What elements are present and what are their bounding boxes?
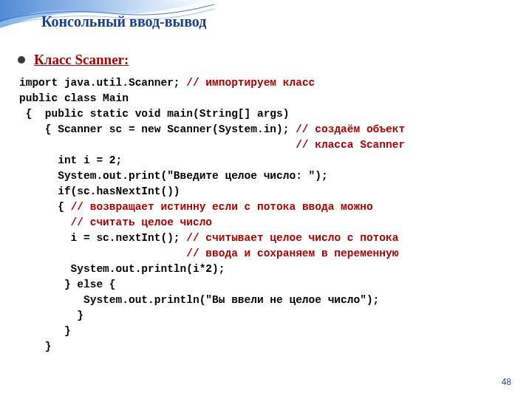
bullet-row: Класс Scanner: bbox=[18, 52, 514, 68]
code-comment: // ввода и сохраняем в переменную bbox=[19, 248, 398, 259]
code-comment: // класса Scanner bbox=[19, 139, 405, 151]
code-comment: // считать целое число bbox=[19, 216, 212, 228]
bullet-icon bbox=[18, 56, 25, 64]
code-text: public class Main bbox=[19, 92, 129, 104]
code-text: if(sc.hasNextInt()) bbox=[19, 185, 180, 197]
code-text: } else { bbox=[19, 279, 116, 290]
code-text: System.out.println("Вы ввели не целое чи… bbox=[19, 294, 379, 306]
code-text: { public static void main(String[] args) bbox=[19, 108, 289, 120]
code-text: int i = 2; bbox=[19, 154, 122, 166]
page-number: 48 bbox=[502, 377, 511, 387]
code-comment: // считывает целое число с потока bbox=[186, 232, 398, 244]
code-text: i = sc.nextInt(); bbox=[19, 232, 186, 244]
code-text: } bbox=[19, 325, 71, 337]
slide-title: Консольный ввод-вывод bbox=[41, 13, 206, 30]
code-text: { bbox=[19, 201, 71, 213]
code-text: System.out.print("Введите целое число: "… bbox=[19, 170, 328, 182]
bullet-heading: Класс Scanner: bbox=[34, 52, 129, 68]
code-comment: // импортируем класс bbox=[186, 77, 315, 89]
code-text: import java.util.Scanner; bbox=[19, 77, 186, 89]
code-comment: // создаём объект bbox=[296, 123, 405, 135]
code-text: System.out.println(i*2); bbox=[19, 263, 225, 275]
code-text: } bbox=[19, 341, 52, 352]
code-text: } bbox=[19, 310, 83, 321]
code-block: import java.util.Scanner; // импортируем… bbox=[19, 75, 514, 355]
code-comment: // возвращает истинну если с потока ввод… bbox=[71, 201, 373, 213]
slide-content: Класс Scanner: import java.util.Scanner;… bbox=[18, 52, 514, 355]
code-text: { Scanner sc = new Scanner(System.in); bbox=[19, 123, 296, 135]
